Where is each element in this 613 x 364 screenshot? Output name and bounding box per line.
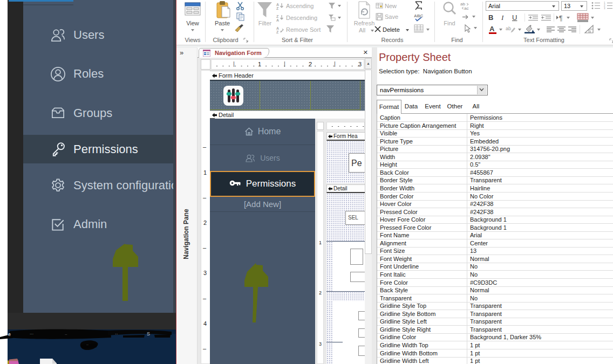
svg-text:··: ··: [86, 343, 88, 346]
svg-text:Z: Z: [276, 30, 279, 33]
svg-text:···: ···: [30, 332, 33, 336]
svg-text:A: A: [276, 18, 279, 22]
svg-text:S: S: [147, 331, 150, 336]
svg-text:ac: ac: [464, 6, 468, 10]
svg-text:¶: ¶: [559, 15, 562, 22]
svg-text:··: ··: [115, 332, 118, 336]
svg-text:··: ··: [65, 333, 67, 336]
svg-text:e: e: [8, 332, 11, 337]
svg-text:ab: ab: [506, 26, 511, 31]
svg-text:A: A: [276, 3, 279, 6]
svg-text:A: A: [276, 26, 279, 30]
svg-text:Z: Z: [276, 6, 279, 10]
svg-text:Z: Z: [276, 15, 279, 18]
svg-text:3: 3: [604, 7, 605, 10]
